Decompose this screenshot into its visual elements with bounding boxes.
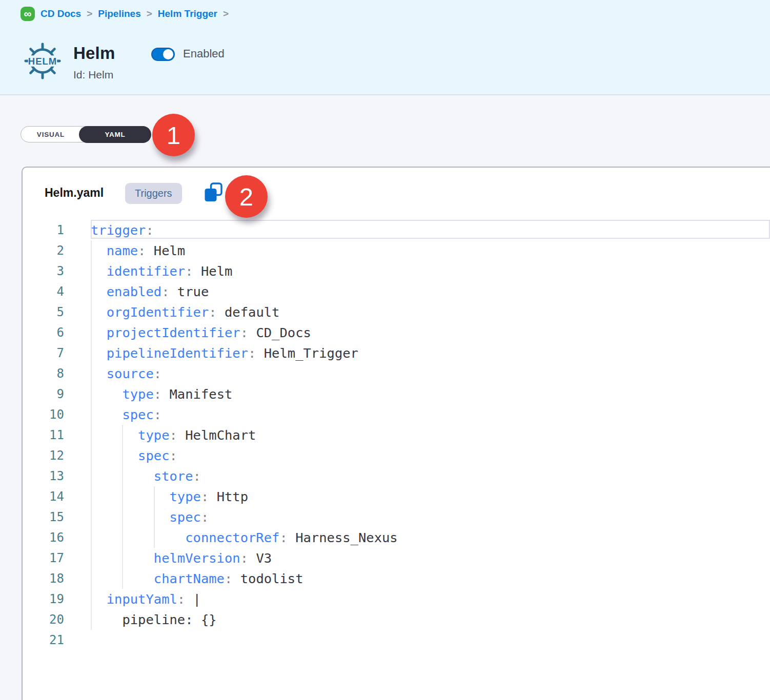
yaml-colon: : [154, 386, 161, 402]
indent-guide [91, 568, 92, 589]
indent-guide [91, 384, 92, 404]
code-lines: 1trigger:2name:Helm3identifier:Helm4enab… [23, 220, 770, 650]
yaml-code-editor[interactable]: 1trigger:2name:Helm3identifier:Helm4enab… [23, 220, 770, 650]
line-number: 21 [23, 630, 64, 650]
code-line[interactable]: 2name:Helm [23, 240, 770, 261]
yaml-key: type [170, 489, 201, 504]
indent-guide [91, 240, 92, 261]
tab-visual[interactable]: VISUAL [21, 127, 80, 142]
code-line[interactable]: 5orgIdentifier:default [23, 302, 770, 322]
chevron-right-icon: > [87, 8, 92, 19]
indent-guide [91, 343, 92, 363]
indent-guide [91, 507, 92, 527]
page-title: Helm [73, 44, 115, 63]
code-line[interactable]: 1trigger: [23, 220, 770, 240]
line-number: 8 [23, 363, 64, 384]
visual-yaml-toggle: VISUAL YAML [21, 126, 151, 142]
annotation-step-2: 2 [225, 175, 268, 218]
yaml-value: CD_Docs [256, 325, 311, 340]
code-text: projectIdentifier:CD_Docs [107, 322, 311, 343]
code-line[interactable]: 14type:Http [23, 486, 770, 507]
code-line[interactable]: 10spec: [23, 404, 770, 425]
code-text: enabled:true [107, 281, 209, 302]
code-line[interactable]: 11type:HelmChart [23, 425, 770, 445]
line-number: 10 [23, 404, 64, 425]
yaml-colon: : [201, 489, 209, 504]
code-line[interactable]: 3identifier:Helm [23, 261, 770, 281]
code-line[interactable]: 6projectIdentifier:CD_Docs [23, 322, 770, 343]
code-line[interactable]: 12spec: [23, 445, 770, 466]
copy-yaml-button[interactable] [204, 182, 224, 204]
indent-guide [91, 404, 92, 425]
yaml-colon: : [154, 407, 161, 422]
line-number: 20 [23, 609, 64, 630]
yaml-key: store [154, 468, 193, 484]
indent-guide [122, 568, 123, 589]
indent-guide [91, 445, 92, 466]
yaml-value: | [193, 591, 201, 607]
breadcrumb-item-pipeline-name[interactable]: Helm Trigger [158, 8, 217, 19]
indent-guide [154, 527, 155, 548]
indent-guide [122, 486, 123, 507]
project-icon: ∞ [21, 7, 35, 21]
code-line[interactable]: 18chartName:todolist [23, 568, 770, 589]
yaml-file-name: Helm.yaml [45, 186, 104, 200]
indent-guide [91, 486, 92, 507]
yaml-key: orgIdentifier [107, 304, 209, 320]
yaml-key: source [107, 366, 154, 381]
yaml-key: inputYaml [107, 591, 177, 607]
yaml-key: spec [138, 448, 169, 463]
code-line[interactable]: 19inputYaml:| [23, 589, 770, 609]
toggle-knob [163, 49, 173, 59]
breadcrumb-item-project[interactable]: CD Docs [40, 8, 81, 19]
line-number: 9 [23, 384, 64, 404]
code-line[interactable]: 20pipeline: {} [23, 609, 770, 630]
chevron-right-icon: > [223, 8, 229, 19]
code-line[interactable]: 4enabled:true [23, 281, 770, 302]
yaml-colon: : [201, 509, 209, 525]
yaml-colon: : [177, 591, 185, 607]
yaml-value: default [225, 304, 279, 320]
breadcrumb-item-pipelines[interactable]: Pipelines [98, 8, 140, 19]
yaml-key: spec [170, 509, 201, 525]
yaml-value: Http [217, 489, 248, 504]
code-line[interactable]: 7pipelineIdentifier:Helm_Trigger [23, 343, 770, 363]
enabled-toggle[interactable] [151, 48, 175, 61]
yaml-colon: : [193, 468, 201, 484]
code-text: spec: [138, 445, 177, 466]
code-text: type:Http [170, 486, 249, 507]
code-text: orgIdentifier:default [107, 302, 280, 322]
svg-text:HELM: HELM [28, 56, 57, 67]
code-line[interactable]: 15spec: [23, 507, 770, 527]
code-text: inputYaml:| [107, 589, 201, 609]
annotation-step-1: 1 [152, 114, 195, 156]
yaml-value: Harness_Nexus [295, 530, 398, 545]
page-header: ∞ CD Docs > Pipelines > Helm Trigger > H… [0, 0, 770, 95]
code-line[interactable]: 21 [23, 630, 770, 650]
line-number: 7 [23, 343, 64, 363]
line-number: 1 [23, 220, 64, 240]
code-line[interactable]: 9type:Manifest [23, 384, 770, 404]
line-number: 5 [23, 302, 64, 322]
yaml-key: type [138, 427, 169, 443]
enabled-label: Enabled [183, 47, 225, 60]
code-text: pipeline: {} [122, 609, 216, 630]
indent-guide [91, 466, 92, 486]
code-line[interactable]: 17helmVersion:V3 [23, 548, 770, 568]
yaml-colon: : [161, 284, 169, 299]
indent-guide [91, 281, 92, 302]
line-number: 3 [23, 261, 64, 281]
yaml-key: identifier [107, 263, 186, 279]
code-line[interactable]: 8source: [23, 363, 770, 384]
indent-guide [122, 507, 123, 527]
trigger-id: Id: Helm [73, 69, 113, 81]
indent-guide [122, 527, 123, 548]
current-line-highlight [91, 220, 770, 239]
yaml-colon: : [185, 263, 193, 279]
code-line[interactable]: 13store: [23, 466, 770, 486]
code-line[interactable]: 16connectorRef:Harness_Nexus [23, 527, 770, 548]
tab-yaml[interactable]: YAML [79, 126, 151, 143]
yaml-key: spec [122, 407, 153, 422]
yaml-key: helmVersion [154, 550, 240, 566]
yaml-plain-text: pipeline: {} [122, 612, 216, 627]
